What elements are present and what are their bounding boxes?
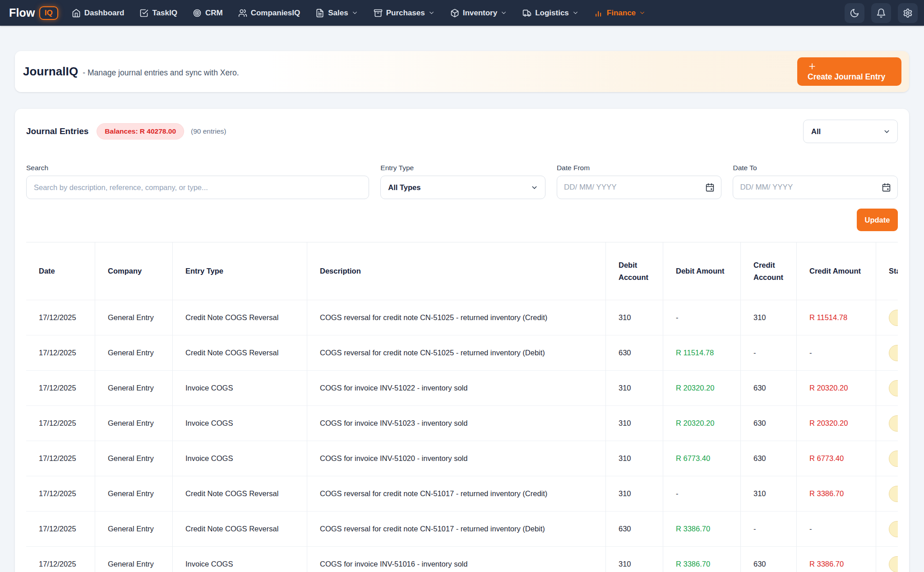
cell-company: General Entry	[95, 441, 173, 476]
cell-status	[876, 335, 898, 371]
balance-badge: Balances: R 40278.00	[97, 123, 184, 140]
entry-type-select[interactable]: All Types	[380, 176, 545, 199]
date-to-input[interactable]: DD/ MM/ YYYY	[733, 176, 898, 199]
dark-mode-button[interactable]	[845, 3, 864, 23]
calendar-icon[interactable]	[705, 183, 715, 192]
status-badge	[889, 380, 898, 396]
cell-debit_amount: R 6773.40	[663, 441, 741, 476]
table-row[interactable]: 17/12/2025General EntryCredit Note COGS …	[26, 512, 898, 547]
cell-status	[876, 300, 898, 335]
table-row[interactable]: 17/12/2025General EntryInvoice COGSCOGS …	[26, 441, 898, 476]
cell-company: General Entry	[95, 547, 173, 572]
cell-credit_account: 630	[741, 406, 797, 441]
nav-item-label: Logistics	[535, 9, 569, 18]
nav-item-dashboard[interactable]: Dashboard	[72, 9, 125, 18]
package-icon	[450, 9, 459, 18]
cell-credit_amount: R 3386.70	[797, 476, 876, 512]
scope-select-value: All	[811, 127, 821, 136]
journal-entries-panel: Journal Entries Balances: R 40278.00 (90…	[15, 109, 909, 572]
cell-debit_account: 310	[606, 476, 663, 512]
column-header-debit_account: Debit Account	[606, 242, 663, 300]
cell-debit_amount: R 3386.70	[663, 512, 741, 547]
table-row[interactable]: 17/12/2025General EntryInvoice COGSCOGS …	[26, 547, 898, 572]
cell-entry_type: Credit Note COGS Reversal	[173, 476, 307, 512]
cell-status	[876, 476, 898, 512]
cell-date: 17/12/2025	[26, 512, 95, 547]
filters-bar: Search Entry Type All Types Date From DD…	[26, 164, 898, 199]
settings-button[interactable]	[898, 3, 918, 23]
nav-item-label: Dashboard	[84, 9, 125, 18]
chevron-down-icon	[531, 184, 538, 191]
table-row[interactable]: 17/12/2025General EntryCredit Note COGS …	[26, 476, 898, 512]
cell-credit_amount: -	[797, 512, 876, 547]
chevron-down-icon	[883, 128, 891, 135]
panel-header: Journal Entries Balances: R 40278.00 (90…	[26, 120, 898, 143]
cell-entry_type: Invoice COGS	[173, 371, 307, 406]
table-row[interactable]: 17/12/2025General EntryCredit Note COGS …	[26, 300, 898, 335]
cell-status	[876, 547, 898, 572]
search-input[interactable]	[26, 176, 369, 199]
status-badge	[889, 486, 898, 502]
task-icon	[139, 9, 148, 18]
table-row[interactable]: 17/12/2025General EntryInvoice COGSCOGS …	[26, 406, 898, 441]
column-header-description: Description	[307, 242, 606, 300]
cell-date: 17/12/2025	[26, 335, 95, 371]
cell-debit_account: 310	[606, 547, 663, 572]
table-row[interactable]: 17/12/2025General EntryCredit Note COGS …	[26, 335, 898, 371]
nav-item-finance[interactable]: Finance	[594, 9, 646, 18]
page-header-card: JournalIQ - Manage journal entries and s…	[15, 51, 909, 92]
cell-company: General Entry	[95, 406, 173, 441]
cell-credit_account: 630	[741, 441, 797, 476]
cell-company: General Entry	[95, 512, 173, 547]
cell-credit_account: -	[741, 512, 797, 547]
nav-item-taskiq[interactable]: TaskIQ	[139, 9, 177, 18]
cell-debit_account: 310	[606, 300, 663, 335]
date-to-label: Date To	[733, 164, 898, 172]
status-badge	[889, 345, 898, 361]
status-badge	[889, 415, 898, 432]
cell-entry_type: Invoice COGS	[173, 441, 307, 476]
nav-item-logistics[interactable]: Logistics	[522, 9, 579, 18]
update-button[interactable]: Update	[857, 209, 898, 231]
truck-icon	[522, 9, 531, 18]
cell-description: COGS reversal for credit note CN-51025 -…	[307, 335, 606, 371]
brand-logo[interactable]: Flow IQ	[9, 6, 58, 20]
cell-debit_amount: R 3386.70	[663, 547, 741, 572]
chevron-down-icon	[572, 9, 579, 16]
cell-credit_amount: R 11514.78	[797, 300, 876, 335]
nav-item-inventory[interactable]: Inventory	[450, 9, 508, 18]
cell-credit_account: 310	[741, 300, 797, 335]
scope-select[interactable]: All	[803, 120, 898, 143]
file-icon	[315, 9, 324, 18]
calendar-icon[interactable]	[882, 183, 891, 192]
cell-date: 17/12/2025	[26, 371, 95, 406]
cell-debit_amount: -	[663, 476, 741, 512]
nav-item-sales[interactable]: Sales	[315, 9, 358, 18]
cell-credit_amount: R 3386.70	[797, 547, 876, 572]
date-from-input[interactable]: DD/ MM/ YYYY	[557, 176, 722, 199]
cell-company: General Entry	[95, 335, 173, 371]
chevron-down-icon	[428, 9, 435, 16]
plus-icon	[808, 62, 817, 71]
page-content: JournalIQ - Manage journal entries and s…	[0, 51, 924, 572]
panel-title: Journal Entries	[26, 126, 88, 136]
notifications-button[interactable]	[871, 3, 891, 23]
search-label: Search	[26, 164, 369, 172]
nav-item-companiesiq[interactable]: CompaniesIQ	[238, 9, 300, 18]
chevron-down-icon	[351, 9, 358, 16]
cell-credit_amount: R 20320.20	[797, 406, 876, 441]
page-title: JournalIQ	[23, 65, 78, 79]
nav-item-label: Purchases	[386, 9, 425, 18]
cell-entry_type: Credit Note COGS Reversal	[173, 300, 307, 335]
cell-credit_account: 630	[741, 547, 797, 572]
cell-debit_amount: R 20320.20	[663, 406, 741, 441]
brand-iq-badge: IQ	[39, 6, 58, 20]
create-journal-entry-button[interactable]: Create Journal Entry	[797, 57, 901, 86]
cell-status	[876, 441, 898, 476]
column-header-status: Status	[876, 242, 898, 300]
cell-entry_type: Credit Note COGS Reversal	[173, 512, 307, 547]
nav-item-crm[interactable]: CRM	[193, 9, 223, 18]
table-row[interactable]: 17/12/2025General EntryInvoice COGSCOGS …	[26, 371, 898, 406]
cell-description: COGS for invoice INV-51023 - inventory s…	[307, 406, 606, 441]
nav-item-purchases[interactable]: Purchases	[374, 9, 435, 18]
